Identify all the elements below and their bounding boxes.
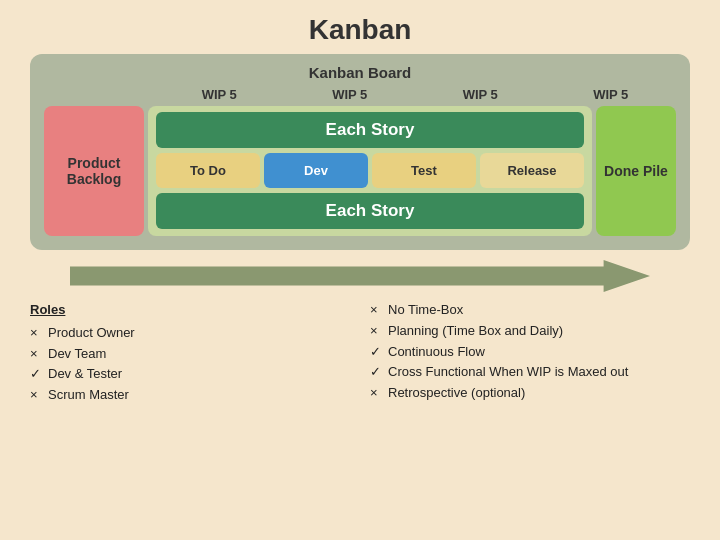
wip-label-1: WIP 5 [154,87,285,102]
product-backlog-label: ProductBacklog [67,155,121,187]
board-label: Kanban Board [44,64,676,81]
release-column: Release [480,153,584,188]
wip-label-3: WIP 5 [415,87,546,102]
page-title: Kanban [0,0,720,54]
note-text-3: Cross Functional When WIP is Maxed out [388,362,628,383]
wip-row: WIP 5 WIP 5 WIP 5 WIP 5 [44,87,676,102]
columns-row: To Do Dev Test Release [156,153,584,188]
note-text-0: No Time-Box [388,300,463,321]
roles-title: Roles [30,300,350,321]
note-text-1: Planning (Time Box and Daily) [388,321,563,342]
role-item-2: ✓ Dev & Tester [30,364,350,385]
board-main-row: ProductBacklog Each Story To Do Dev Test… [44,106,676,236]
todo-column: To Do [156,153,260,188]
notes-column: × No Time-Box × Planning (Time Box and D… [370,300,690,406]
note-mark-0: × [370,300,384,321]
kanban-board: Kanban Board WIP 5 WIP 5 WIP 5 WIP 5 Pro… [30,54,690,250]
roles-column: Roles × Product Owner × Dev Team ✓ Dev &… [30,300,350,406]
note-mark-3: ✓ [370,362,384,383]
bottom-section: Roles × Product Owner × Dev Team ✓ Dev &… [30,300,690,406]
note-text-4: Retrospective (optional) [388,383,525,404]
board-inner: Each Story To Do Dev Test Release Each S… [148,106,592,236]
role-mark-0: × [30,323,44,344]
note-item-3: ✓ Cross Functional When WIP is Maxed out [370,362,690,383]
product-backlog-column: ProductBacklog [44,106,144,236]
done-pile-column: Done Pile [596,106,676,236]
note-item-4: × Retrospective (optional) [370,383,690,404]
flow-arrow [70,260,650,292]
role-item-1: × Dev Team [30,344,350,365]
role-text-0: Product Owner [48,323,135,344]
role-mark-1: × [30,344,44,365]
role-text-3: Scrum Master [48,385,129,406]
flow-arrow-row [0,260,720,292]
dev-column: Dev [264,153,368,188]
test-column: Test [372,153,476,188]
note-item-0: × No Time-Box [370,300,690,321]
role-item-3: × Scrum Master [30,385,350,406]
note-item-2: ✓ Continuous Flow [370,342,690,363]
note-text-2: Continuous Flow [388,342,485,363]
note-mark-4: × [370,383,384,404]
note-mark-2: ✓ [370,342,384,363]
role-item-0: × Product Owner [30,323,350,344]
role-text-1: Dev Team [48,344,106,365]
role-text-2: Dev & Tester [48,364,122,385]
note-mark-1: × [370,321,384,342]
role-mark-3: × [30,385,44,406]
each-story-top-bar: Each Story [156,112,584,148]
note-item-1: × Planning (Time Box and Daily) [370,321,690,342]
role-mark-2: ✓ [30,364,44,385]
wip-label-4: WIP 5 [546,87,677,102]
wip-label-2: WIP 5 [285,87,416,102]
each-story-bottom-bar: Each Story [156,193,584,229]
